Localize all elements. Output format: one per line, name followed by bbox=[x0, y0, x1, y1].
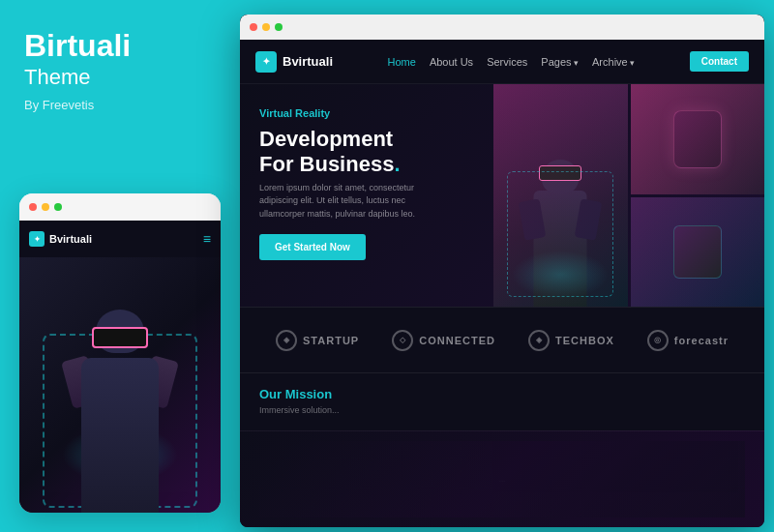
brand-title: Birtuali bbox=[24, 29, 208, 63]
nav-link-home[interactable]: Home bbox=[388, 56, 416, 68]
site-logo-icon: ✦ bbox=[255, 51, 277, 73]
hero-cta-button[interactable]: Get Started Now bbox=[259, 234, 366, 260]
brand-subtitle: Theme bbox=[24, 65, 208, 90]
mobile-menu-icon: ≡ bbox=[203, 231, 211, 247]
brand-author: By Freevetis bbox=[24, 98, 208, 112]
mission-title: Our Mission bbox=[259, 387, 745, 401]
mobile-browser-bar bbox=[19, 193, 221, 221]
techbox-icon: ◈ bbox=[528, 330, 550, 351]
site-logo: ✦ Bvirtuali bbox=[255, 51, 333, 73]
mobile-dot-red bbox=[29, 203, 37, 211]
contact-button[interactable]: Contact bbox=[690, 51, 749, 72]
forecastr-icon: ◎ bbox=[647, 330, 669, 351]
vr-head bbox=[96, 310, 144, 353]
bottom-section: ... bbox=[240, 430, 764, 527]
hero-content: Virtual Reality Development For Business… bbox=[240, 84, 491, 307]
mobile-dot-yellow bbox=[42, 203, 49, 211]
brands-section: ◈ STARTUP ◇ CONNECTED ◈ TECHBOX ◎ foreca… bbox=[240, 307, 764, 372]
brand-startup: ◈ STARTUP bbox=[276, 330, 359, 351]
brand-connected: ◇ CONNECTED bbox=[392, 330, 495, 351]
nav-links: Home About Us Services Pages Archive bbox=[388, 56, 636, 68]
mobile-logo: ✦ Bvirtuali bbox=[29, 231, 92, 247]
mobile-nav: ✦ Bvirtuali ≡ bbox=[19, 221, 221, 257]
nav-link-services[interactable]: Services bbox=[487, 56, 527, 68]
desktop-preview: ✦ Bvirtuali Home About Us Services Pages… bbox=[240, 15, 764, 527]
brand-techbox: ◈ TECHBOX bbox=[528, 330, 614, 351]
browser-chrome-bar bbox=[240, 15, 764, 40]
vr-headset bbox=[92, 327, 148, 348]
site-navigation: ✦ Bvirtuali Home About Us Services Pages… bbox=[240, 40, 764, 84]
hero-description: Lorem ipsum dolor sit amet, consectetur … bbox=[259, 182, 453, 222]
hero-title: Development For Business. bbox=[259, 127, 472, 178]
browser-dot-yellow bbox=[262, 23, 270, 31]
left-panel: Birtuali Theme By Freevetis ✦ Bvirtuali … bbox=[0, 0, 232, 532]
mobile-hero-image bbox=[19, 257, 221, 513]
mobile-logo-icon: ✦ bbox=[29, 231, 45, 247]
browser-dot-green bbox=[275, 23, 283, 31]
browser-dot-red bbox=[250, 23, 257, 31]
hero-section: Virtual Reality Development For Business… bbox=[240, 84, 764, 307]
nav-link-archive[interactable]: Archive bbox=[592, 56, 635, 68]
vr-figure bbox=[62, 300, 178, 513]
mobile-dot-green bbox=[54, 203, 62, 211]
brand-forecastr: ◎ forecastr bbox=[647, 330, 729, 351]
hero-image-bottom-right bbox=[631, 197, 765, 308]
mission-section: Our Mission Immersive solution... bbox=[240, 372, 764, 430]
mobile-preview-card: ✦ Bvirtuali ≡ bbox=[19, 193, 221, 513]
hero-image-top-right bbox=[631, 84, 765, 194]
mobile-hero bbox=[19, 257, 221, 513]
hero-tag: Virtual Reality bbox=[259, 107, 472, 119]
nav-link-about[interactable]: About Us bbox=[430, 56, 473, 68]
hero-images-grid bbox=[493, 84, 764, 307]
connected-icon: ◇ bbox=[392, 330, 413, 351]
nav-link-pages[interactable]: Pages bbox=[541, 56, 579, 68]
startup-icon: ◈ bbox=[276, 330, 297, 351]
vr-body bbox=[81, 358, 159, 513]
hero-image-large bbox=[493, 84, 628, 307]
mission-subtitle: Immersive solution... bbox=[259, 405, 745, 415]
